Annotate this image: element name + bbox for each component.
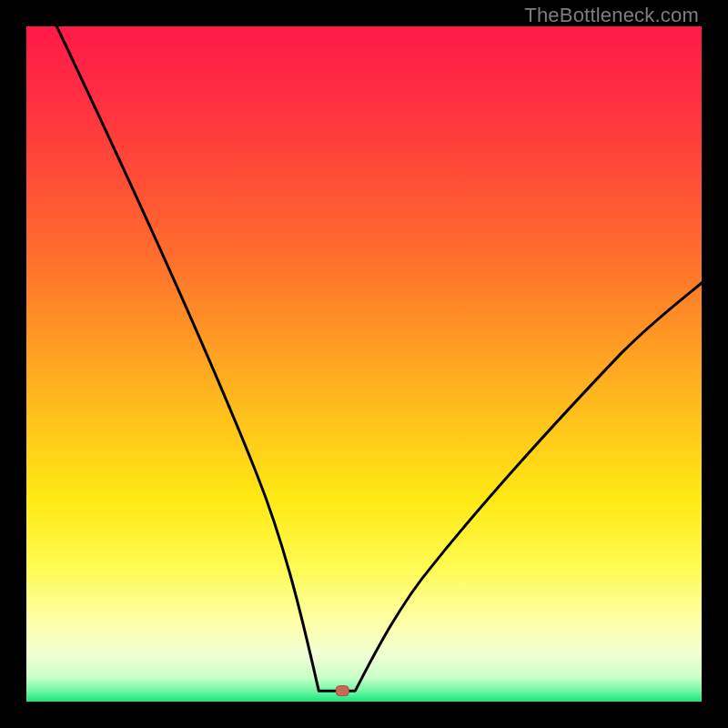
watermark-text: TheBottleneck.com bbox=[524, 4, 699, 27]
optimum-marker bbox=[336, 686, 349, 696]
bottleneck-chart bbox=[26, 26, 702, 702]
chart-frame bbox=[26, 26, 702, 702]
gradient-background bbox=[26, 26, 702, 702]
